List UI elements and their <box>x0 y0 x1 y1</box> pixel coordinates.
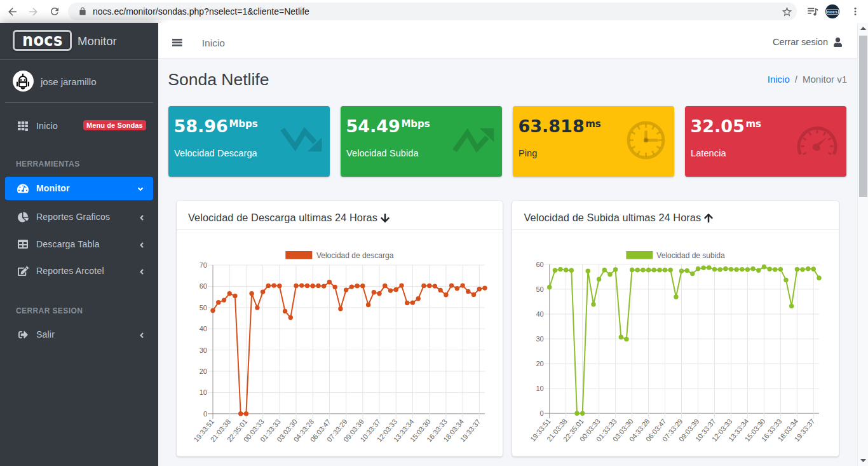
grid-icon <box>17 121 29 131</box>
download-chart-title: Velocidad de Descarga ultimas 24 Horas <box>188 212 390 224</box>
triangle-up-icon <box>860 27 866 30</box>
sidebar-section-herramientas: HERRAMIENTAS <box>16 160 80 168</box>
chevron-left-icon <box>139 331 144 342</box>
triangle-down-icon <box>860 459 866 462</box>
stat-value: 63.818ms <box>519 118 600 135</box>
scrollbar-up-arrow[interactable] <box>858 23 868 34</box>
stat-value: 58.96Mbps <box>174 118 257 135</box>
scrollbar-down-arrow[interactable] <box>858 455 868 466</box>
page-scrollbar[interactable] <box>857 23 868 466</box>
sidebar-section-cerrar-sesion: CERRAR SESION <box>16 306 83 315</box>
svg-text:40: 40 <box>536 310 543 317</box>
breadcrumb: Inicio/Monitor v1 <box>768 74 847 85</box>
logo-text: nocs <box>22 32 63 48</box>
browser-toolbar: nocs.ec/monitor/sondas.php?nselect=1&cli… <box>0 0 868 23</box>
stat-value: 32.05ms <box>691 118 761 135</box>
upload-chart-canvas[interactable]: Velocidad de subida010203040506019:33:51… <box>512 230 839 456</box>
svg-text:20: 20 <box>536 360 543 367</box>
url-text: nocs.ec/monitor/sondas.php?nselect=1&cli… <box>93 6 309 17</box>
svg-text:10: 10 <box>536 385 543 392</box>
browser-url-bar[interactable]: nocs.ec/monitor/sondas.php?nselect=1&cli… <box>68 3 797 20</box>
browser-back-button[interactable] <box>3 2 22 21</box>
stat-label: Velocidad Subida <box>346 148 419 158</box>
navbar-logout-link[interactable]: Cerrar sesion <box>773 37 843 47</box>
stat-label: Velocidad Descarga <box>174 148 257 158</box>
browser-menu-icon[interactable] <box>846 2 865 21</box>
forward-arrow-icon <box>27 6 39 18</box>
nocs-logo: nocs <box>13 30 72 51</box>
sidebar-item-reportes-graficos[interactable]: Reportes Graficos <box>5 205 153 229</box>
chevron-left-icon <box>139 240 144 252</box>
user-icon <box>833 38 843 47</box>
upload-chart-card: Velocidad de Subida ultimas 24 Horas Vel… <box>512 201 839 456</box>
chevron-down-icon <box>137 184 144 196</box>
browser-profile-avatar[interactable]: nocs <box>825 4 839 18</box>
svg-text:40: 40 <box>199 325 207 332</box>
trend-down-icon <box>278 127 322 153</box>
sign-out-icon <box>17 330 29 339</box>
clock-icon <box>627 121 665 160</box>
stat-box-velocidad-subida: 54.49Mbps Velocidad Subida <box>341 106 502 177</box>
bars-icon <box>172 39 182 46</box>
reload-icon <box>49 6 60 17</box>
robot-icon <box>13 72 32 91</box>
browser-reload-button[interactable] <box>45 2 64 21</box>
stat-label: Ping <box>519 148 537 158</box>
user-panel: jose jaramillo <box>5 60 153 103</box>
upload-chart-svg: Velocidad de subida010203040506019:33:51… <box>512 230 838 456</box>
stat-box-ping: 63.818ms Ping <box>513 106 674 177</box>
sidebar-item-inicio[interactable]: Inicio Menu de Sondas <box>5 114 153 138</box>
svg-text:50: 50 <box>536 285 543 292</box>
svg-text:30: 30 <box>536 335 543 343</box>
brand-link[interactable]: nocs Monitor <box>0 23 158 60</box>
user-name[interactable]: jose jaramillo <box>41 76 97 87</box>
table-icon <box>17 239 29 249</box>
menu-de-sondas-badge: Menu de Sondas <box>83 120 146 130</box>
svg-text:20: 20 <box>199 367 207 375</box>
brand-text: Monitor <box>78 34 117 48</box>
arrow-down-icon <box>381 213 390 223</box>
content-area: Inicio Cerrar sesion Sonda Netlife Inici… <box>158 23 857 466</box>
sidebar-item-reportes-arcotel[interactable]: Reportes Arcotel <box>5 259 153 283</box>
svg-text:0: 0 <box>540 409 544 417</box>
upload-card-header: Velocidad de Subida ultimas 24 Horas <box>512 201 839 230</box>
pie-chart-icon <box>17 212 29 223</box>
breadcrumb-inicio-link[interactable]: Inicio <box>768 74 790 85</box>
stat-box-velocidad-descarga: 58.96Mbps Velocidad Descarga <box>168 106 330 177</box>
download-chart-canvas[interactable]: Velocidad de descarga01020304050607019:3… <box>177 230 503 456</box>
trend-up-icon <box>450 127 494 153</box>
chevron-left-icon <box>139 213 144 224</box>
sidebar-item-monitor[interactable]: Monitor <box>5 177 153 200</box>
star-icon <box>782 6 792 17</box>
browser-forward-button[interactable] <box>24 2 43 21</box>
navbar-inicio-link[interactable]: Inicio <box>202 38 225 49</box>
top-navbar: Inicio Cerrar sesion <box>158 23 857 59</box>
download-card-header: Velocidad de Descarga ultimas 24 Horas <box>177 201 503 230</box>
arrow-up-icon <box>704 213 713 223</box>
stat-unit: Mbps <box>401 118 430 130</box>
sidebar-item-descarga-tabla[interactable]: Descarga Tabla <box>5 233 153 256</box>
svg-text:Velocidad de subida: Velocidad de subida <box>656 250 725 259</box>
hamburger-menu-icon[interactable] <box>172 38 182 45</box>
stat-unit: ms <box>745 118 761 130</box>
svg-text:50: 50 <box>199 303 207 311</box>
svg-text:60: 60 <box>536 260 543 268</box>
bookmark-star-icon[interactable] <box>779 4 794 19</box>
page-title: Sonda Netlife <box>168 70 269 90</box>
svg-text:10: 10 <box>199 388 207 396</box>
three-dots-icon <box>850 6 860 17</box>
user-avatar[interactable] <box>13 71 34 92</box>
browser-extension-icon[interactable] <box>803 2 822 21</box>
stat-unit: Mbps <box>229 118 257 130</box>
avatar-logo-text: nocs <box>826 9 839 15</box>
scrollbar-thumb[interactable] <box>859 36 867 197</box>
stat-box-latencia: 32.05ms Latencia <box>685 106 846 177</box>
gauge-icon <box>797 126 837 158</box>
stat-label: Latencia <box>691 148 726 158</box>
sidebar-item-salir[interactable]: Salir <box>5 323 153 346</box>
chart-title-text: Velocidad de Subida ultimas 24 Horas <box>524 212 702 224</box>
tachometer-icon <box>17 183 29 194</box>
download-chart-card: Velocidad de Descarga ultimas 24 Horas V… <box>177 201 503 456</box>
sidebar: nocs Monitor jose jaramillo Inicio <box>0 23 158 466</box>
svg-text:70: 70 <box>199 261 207 269</box>
